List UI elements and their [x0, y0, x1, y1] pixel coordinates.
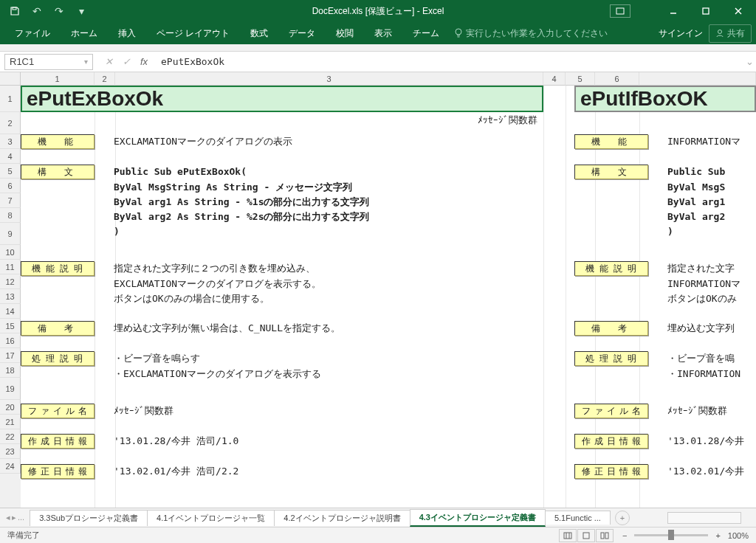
- tab-home[interactable]: ホーム: [61, 23, 108, 44]
- row-header[interactable]: 15: [0, 319, 21, 333]
- sign-in-link[interactable]: サインイン: [659, 27, 703, 40]
- minimize-button[interactable]: [659, 1, 688, 21]
- col-header[interactable]: 1: [21, 72, 94, 86]
- content-updated-r: '13.02.01/今井: [648, 464, 744, 480]
- row-header[interactable]: 7: [0, 193, 21, 208]
- content-updated: '13.02.01/今井 浩司/2.2: [94, 464, 238, 480]
- col-header[interactable]: [639, 72, 756, 86]
- zoom-out-button[interactable]: −: [622, 531, 627, 540]
- row-header[interactable]: 23: [0, 444, 21, 459]
- normal-view-icon[interactable]: [559, 529, 577, 542]
- label-shori: 処 理 説 明: [21, 351, 94, 366]
- col-header[interactable]: 3: [115, 72, 543, 86]
- row-header[interactable]: 6: [0, 179, 21, 193]
- sheet-nav-prev-icon[interactable]: ▸: [12, 513, 16, 522]
- row-header[interactable]: 2: [0, 112, 21, 134]
- content-file: ﾒｯｾｰｼﾞ関数群: [94, 404, 173, 419]
- tab-review[interactable]: 校閲: [326, 23, 364, 44]
- tab-view[interactable]: 表示: [364, 23, 402, 44]
- tell-me-placeholder: 実行したい作業を入力してください: [466, 27, 608, 40]
- row-header[interactable]: 19: [0, 378, 21, 400]
- ribbon-display-icon[interactable]: [610, 4, 630, 18]
- zoom-level[interactable]: 100%: [728, 531, 749, 540]
- row-header[interactable]: 16: [0, 333, 21, 348]
- row-header[interactable]: 12: [0, 274, 21, 289]
- row-header[interactable]: 13: [0, 289, 21, 304]
- row-header[interactable]: 3: [0, 134, 21, 149]
- row-header[interactable]: 11: [0, 260, 21, 274]
- content-koubun-r2: ByVal arg1: [648, 195, 725, 210]
- sheet-tab[interactable]: 4.2イベントプロシージャ説明書: [274, 510, 410, 526]
- formula-input[interactable]: ePutExBoxOk: [155, 56, 743, 67]
- row-header[interactable]: 18: [0, 363, 21, 378]
- qat-dropdown-icon[interactable]: ▾: [72, 2, 90, 20]
- sheet-overflow-prev[interactable]: ...: [18, 513, 24, 522]
- col-header[interactable]: 6: [595, 72, 639, 86]
- add-sheet-button[interactable]: +: [615, 511, 630, 525]
- svg-rect-13: [583, 533, 589, 539]
- tab-team[interactable]: チーム: [402, 23, 450, 44]
- label-shori-r: 処 理 説 明: [574, 351, 648, 366]
- redo-icon[interactable]: ↷: [50, 2, 68, 20]
- row-header[interactable]: 21: [0, 415, 21, 429]
- tab-page-layout[interactable]: ページ レイアウト: [146, 23, 240, 44]
- expand-formula-bar-icon[interactable]: ⌄: [743, 56, 756, 67]
- label-koubun-r: 構 文: [574, 165, 648, 179]
- save-icon[interactable]: [6, 2, 24, 20]
- insert-function-icon[interactable]: fx: [136, 56, 152, 67]
- zoom-in-button[interactable]: +: [715, 531, 720, 540]
- sheet-tab[interactable]: 3.3Subプロシージャ定義書: [30, 510, 148, 526]
- share-label: 共有: [727, 27, 745, 40]
- label-setumei: 機 能 説 明: [21, 261, 94, 276]
- tab-insert[interactable]: 挿入: [108, 23, 146, 44]
- content-setumei-2: ボタンはOKのみの場合に使用する。: [94, 291, 269, 306]
- svg-point-9: [718, 30, 722, 34]
- zoom-slider[interactable]: [634, 534, 708, 536]
- col-header[interactable]: 4: [543, 72, 566, 86]
- row-header[interactable]: 17: [0, 348, 21, 363]
- content-setumei-r2: ボタンはOKのみ: [648, 291, 737, 306]
- row-headers: 1 2 3 4 5 6 7 8 9 10 11 12 13 14 15 16 1…: [0, 86, 21, 508]
- page-layout-view-icon[interactable]: [577, 529, 595, 542]
- share-button[interactable]: 共有: [709, 24, 752, 43]
- name-box-value: R1C1: [10, 56, 34, 67]
- cells-area[interactable]: ePutExBoxOk ﾒｯｾｰｼﾞ関数群 機 能 EXCLAMATIONマーク…: [21, 86, 756, 508]
- status-ready: 準備完了: [7, 530, 40, 541]
- cancel-formula-icon[interactable]: ✕: [100, 56, 117, 67]
- label-setumei-r: 機 能 説 明: [574, 261, 648, 276]
- col-header[interactable]: 2: [94, 72, 115, 86]
- name-box[interactable]: R1C1 ▾: [4, 54, 93, 70]
- sheet-tab[interactable]: 5.1Functic ...: [545, 511, 611, 525]
- row-header[interactable]: 22: [0, 429, 21, 444]
- sheet-tab[interactable]: 4.1イベントプロシージャ一覧: [147, 510, 275, 526]
- row-header[interactable]: 24: [0, 459, 21, 474]
- content-koubun-4: ): [94, 224, 120, 246]
- undo-icon[interactable]: ↶: [28, 2, 46, 20]
- sheet-nav-first-icon[interactable]: ◂: [6, 513, 10, 522]
- col-header[interactable]: 5: [566, 72, 595, 86]
- row-header[interactable]: 1: [0, 86, 21, 112]
- row-header[interactable]: 4: [0, 149, 21, 164]
- maximize-button[interactable]: [691, 1, 721, 21]
- svg-rect-0: [13, 7, 16, 10]
- row-header[interactable]: 20: [0, 400, 21, 415]
- sheet-tab-active[interactable]: 4.3イベントプロシージャ定義書: [410, 509, 546, 527]
- horizontal-scrollbar[interactable]: [667, 512, 741, 524]
- enter-formula-icon[interactable]: ✓: [118, 56, 134, 67]
- column-headers: 1 2 3 4 5 6: [0, 72, 756, 86]
- select-all-corner[interactable]: [0, 72, 21, 86]
- page-break-view-icon[interactable]: [596, 529, 614, 542]
- doc-header-left[interactable]: ePutExBoxOk: [21, 86, 543, 112]
- tell-me-search[interactable]: 実行したい作業を入力してください: [454, 27, 608, 40]
- close-button[interactable]: [724, 1, 753, 21]
- label-bikou: 備 考: [21, 321, 94, 336]
- row-header[interactable]: 14: [0, 304, 21, 319]
- content-file-r: ﾒｯｾｰｼﾞ関数群: [648, 404, 727, 419]
- row-header[interactable]: 10: [0, 245, 21, 260]
- tab-file[interactable]: ファイル: [4, 23, 61, 44]
- row-header[interactable]: 9: [0, 223, 21, 245]
- tab-formulas[interactable]: 数式: [240, 23, 278, 44]
- row-header[interactable]: 8: [0, 208, 21, 223]
- row-header[interactable]: 5: [0, 164, 21, 179]
- tab-data[interactable]: データ: [278, 23, 326, 44]
